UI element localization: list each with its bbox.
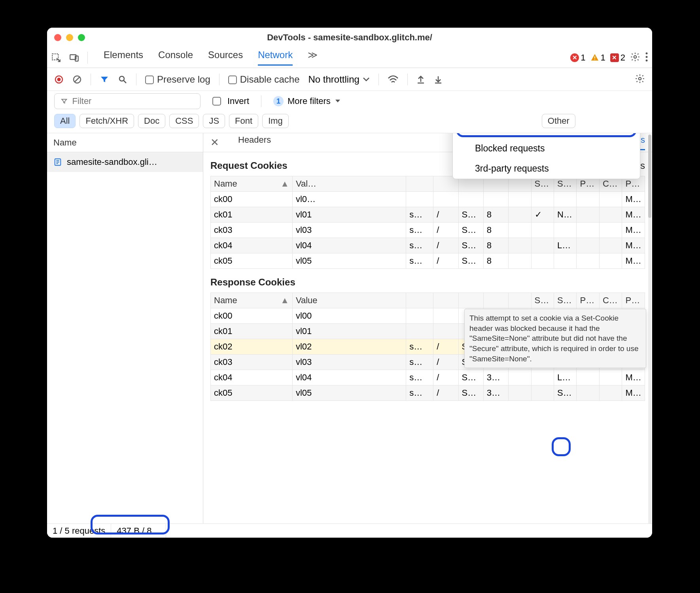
window-title: DevTools - samesite-sandbox.glitch.me/ — [47, 32, 652, 43]
chip-doc[interactable]: Doc — [138, 114, 165, 128]
filter-input-wrap[interactable] — [54, 93, 201, 109]
table-header[interactable]: Name▲ — [211, 293, 293, 308]
table-cell — [577, 238, 599, 253]
invert-checkbox[interactable]: Invert — [212, 96, 249, 106]
warning-indicator[interactable]: 1 — [590, 53, 605, 63]
table-header[interactable]: P… — [577, 293, 599, 308]
tab-elements[interactable]: Elements — [104, 49, 143, 66]
table-cell: s… — [406, 238, 433, 253]
chip-font[interactable]: Font — [229, 114, 258, 128]
table-cell: vl05 — [292, 253, 406, 269]
request-cookies-table: Name▲Val…S…S…P…C…P… ck00vl0…M…ck01vl01s…… — [210, 176, 645, 269]
table-cell: M… — [622, 370, 645, 385]
throttling-select[interactable]: No throttling — [308, 74, 369, 85]
table-header[interactable] — [433, 293, 458, 308]
table-row[interactable]: ck05vl05s…/S…8M… — [211, 253, 645, 269]
table-header[interactable]: P… — [622, 293, 645, 308]
chip-css[interactable]: CSS — [169, 114, 199, 128]
table-cell: 8 — [483, 223, 508, 238]
name-column-header[interactable]: Name — [47, 133, 203, 152]
clear-icon[interactable] — [72, 75, 82, 84]
inspector-icon[interactable] — [51, 53, 61, 63]
svg-point-7 — [646, 56, 648, 58]
tab-network[interactable]: Network — [258, 49, 293, 66]
network-settings-icon[interactable] — [635, 74, 645, 85]
main-tabs: Elements Console Sources Network ≫ ✕ 1 1 — [47, 47, 652, 68]
table-cell: L… — [554, 238, 577, 253]
disable-cache-checkbox[interactable]: Disable cache — [228, 74, 300, 85]
table-header[interactable] — [509, 293, 531, 308]
table-cell: ck01 — [211, 207, 293, 223]
table-row[interactable]: ck04vl04s…/S…8L…M… — [211, 238, 645, 253]
table-header[interactable] — [406, 293, 433, 308]
tab-console[interactable]: Console — [158, 49, 193, 66]
transferred-cell[interactable]: 437 B / 8… — [111, 524, 166, 538]
table-header[interactable] — [458, 293, 483, 308]
close-icon[interactable] — [54, 34, 61, 41]
table-row[interactable]: ck04vl04s…/S…3…L…M… — [211, 370, 645, 385]
settings-icon[interactable] — [630, 52, 640, 64]
record-icon[interactable] — [54, 75, 64, 84]
error-indicator[interactable]: ✕ 1 — [570, 53, 585, 63]
download-har-icon[interactable] — [434, 75, 443, 84]
funnel-icon — [61, 98, 68, 105]
chip-js[interactable]: JS — [203, 114, 225, 128]
menu-item-label: Blocked response cookies — [475, 133, 581, 134]
table-cell: 3… — [483, 385, 508, 401]
issues-count: 2 — [621, 53, 625, 63]
close-detail-icon[interactable]: ✕ — [210, 136, 219, 149]
table-row[interactable]: ck05vl05s…/S…3…S…M… — [211, 385, 645, 401]
tab-sources[interactable]: Sources — [208, 49, 243, 66]
scrollbar-thumb[interactable] — [648, 135, 651, 218]
chip-img[interactable]: Img — [262, 114, 289, 128]
chip-other[interactable]: Other — [542, 114, 575, 128]
table-row[interactable]: ck01vl01s…/S…8✓N…M… — [211, 207, 645, 223]
table-cell: vl00 — [292, 308, 406, 324]
preserve-log-checkbox[interactable]: Preserve log — [145, 74, 210, 85]
table-cell — [509, 253, 531, 269]
table-header[interactable] — [406, 176, 433, 192]
table-header[interactable]: Name▲ — [211, 176, 293, 192]
network-toolbar: Preserve log Disable cache No throttling — [47, 68, 652, 91]
device-mode-icon[interactable] — [69, 53, 79, 63]
chip-all[interactable]: All — [54, 114, 76, 128]
detail-tab-headers[interactable]: Headers — [238, 135, 271, 150]
request-count-cell[interactable]: 1 / 5 requests — [47, 524, 111, 538]
table-cell: S… — [458, 223, 483, 238]
issues-indicator[interactable]: ✕ 2 — [610, 53, 625, 63]
minimize-icon[interactable] — [66, 34, 73, 41]
fullscreen-icon[interactable] — [78, 34, 85, 41]
table-cell: vl01 — [292, 324, 406, 339]
network-conditions-icon[interactable] — [388, 75, 399, 84]
svg-point-5 — [634, 55, 637, 58]
svg-point-6 — [646, 52, 648, 54]
table-header[interactable]: S… — [531, 293, 554, 308]
filter-icon[interactable] — [100, 75, 109, 84]
table-header[interactable]: S… — [554, 293, 577, 308]
more-tabs-icon[interactable]: ≫ — [308, 49, 318, 66]
upload-har-icon[interactable] — [416, 75, 425, 84]
menu-item[interactable]: 3rd-party requests — [453, 159, 640, 179]
more-filters-button[interactable]: 1 More filters — [273, 96, 341, 106]
kebab-icon[interactable] — [645, 52, 648, 64]
table-header[interactable]: Val… — [292, 176, 406, 192]
table-header[interactable]: Value — [292, 293, 406, 308]
table-cell: vl04 — [292, 238, 406, 253]
table-cell — [509, 223, 531, 238]
chip-fetch-xhr[interactable]: Fetch/XHR — [79, 114, 134, 128]
scrollbar[interactable] — [648, 134, 651, 524]
filter-input[interactable] — [72, 96, 194, 107]
table-cell — [531, 223, 554, 238]
table-cell — [599, 207, 622, 223]
search-icon[interactable] — [118, 75, 127, 84]
table-cell: s… — [406, 223, 433, 238]
menu-item[interactable]: ✓Blocked response cookies — [453, 133, 640, 138]
request-row[interactable]: samesite-sandbox.gli… — [47, 152, 203, 172]
menu-item[interactable]: Blocked requests — [453, 138, 640, 159]
table-row[interactable]: ck03vl03s…/S…8M… — [211, 223, 645, 238]
table-header[interactable]: C… — [599, 293, 622, 308]
table-header[interactable] — [483, 293, 508, 308]
svg-point-10 — [57, 77, 61, 81]
table-row[interactable]: ck00vl0…M… — [211, 192, 645, 207]
chevron-down-icon — [363, 77, 370, 82]
